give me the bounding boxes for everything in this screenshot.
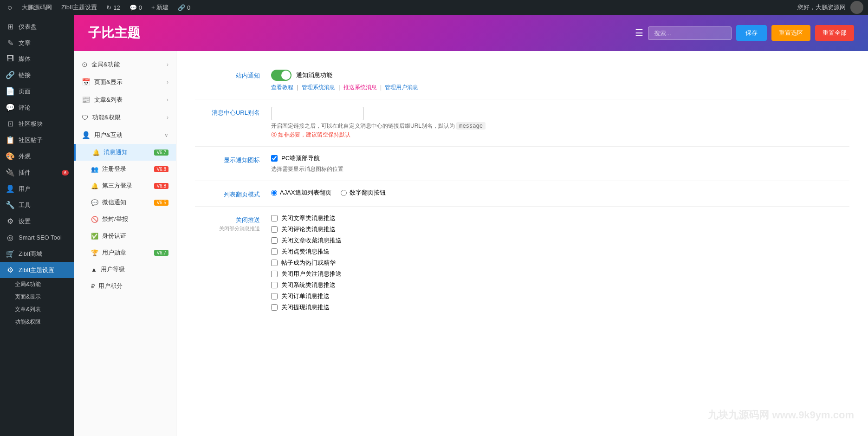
sidebar-item-media[interactable]: 🎞 媒体 <box>0 51 74 67</box>
sidebar-item-dashboard[interactable]: ⊞ 仪表盘 <box>0 19 74 35</box>
msg-url-input[interactable] <box>271 107 364 120</box>
close-order-push-label[interactable]: 关闭订单消息推送 <box>281 292 330 300</box>
close-article-fav-push-label[interactable]: 关闭文章收藏消息推送 <box>281 236 342 245</box>
left-nav-articles[interactable]: 📰 文章&列表 › <box>74 91 176 109</box>
sidebar-item-comments[interactable]: 💬 评论 <box>0 99 74 116</box>
close-comment-push-label[interactable]: 关闭评论类消息推送 <box>281 225 336 234</box>
msg-url-label: 消息中心URL别名 <box>195 107 260 117</box>
close-hot-push-checkbox[interactable] <box>271 260 278 266</box>
pc-nav-checkbox[interactable] <box>271 155 278 162</box>
msg-notify-badge: V6.7 <box>154 150 168 156</box>
left-nav-permissions[interactable]: 🛡 功能&权限 › <box>74 109 176 126</box>
sidebar-item-zibll-shop[interactable]: 🛒 ZibII商城 <box>0 246 74 262</box>
new-link[interactable]: + 新建 <box>149 0 171 15</box>
sidebar-item-pages[interactable]: 📄 页面 <box>0 83 74 99</box>
manage-system-msg-link[interactable]: 管理系统消息 <box>302 84 335 91</box>
pagination-number-radio[interactable] <box>341 190 347 196</box>
sub-nav-user-level-label: 用户等级 <box>101 265 125 273</box>
sidebar-item-appearance[interactable]: 🎨 外观 <box>0 148 74 164</box>
site-link[interactable]: 大鹏源码网 <box>19 0 55 15</box>
sidebar-sub-pages[interactable]: 页面&显示 <box>15 291 74 303</box>
sidebar-item-community-posts[interactable]: 📋 社区帖子 <box>0 132 74 148</box>
sidebar-sub-global[interactable]: 全局&功能 <box>15 278 74 291</box>
sidebar-label-smart-seo: Smart SEO Tool <box>19 234 62 241</box>
reset-selection-button[interactable]: 重置选区 <box>771 25 810 41</box>
pagination-ajax-radio[interactable] <box>271 190 277 196</box>
pc-nav-checkbox-row: PC端顶部导航 <box>271 154 849 163</box>
close-article-fav-push-checkbox[interactable] <box>271 237 278 244</box>
pagination-radio-row: AJAX追加列表翻页 数字翻页按钮 <box>271 189 849 197</box>
sub-nav-user-medal[interactable]: 🏆 用户勋章 V6.7 <box>74 244 176 261</box>
sub-nav-ban-report[interactable]: 🚫 禁封/举报 <box>74 211 176 228</box>
reset-all-button[interactable]: 重置全部 <box>815 25 854 41</box>
msg-notify-icon: 🔔 <box>92 149 100 156</box>
left-nav-user-interact-label: 用户&互动 <box>94 131 123 139</box>
close-follow-push-checkbox[interactable] <box>271 271 278 277</box>
show-icon-label: 显示通知图标 <box>195 154 260 164</box>
left-nav-user-interact[interactable]: 👤 用户&互动 ∨ <box>74 126 176 144</box>
tutorial-link[interactable]: 查看教程 <box>271 84 293 91</box>
menu-icon[interactable]: ☰ <box>635 27 643 39</box>
sidebar-label-comments: 评论 <box>19 104 31 112</box>
smart-seo-icon: ◎ <box>6 233 15 242</box>
close-system-push-label[interactable]: 关闭系统类消息推送 <box>281 281 336 289</box>
site-notify-links: 查看教程 | 管理系统消息 | 推送系统消息 | 管理用户消息 <box>271 84 849 91</box>
close-system-push-checkbox[interactable] <box>271 282 278 288</box>
sidebar-item-zibll-settings[interactable]: ⚙ ZibII主题设置 <box>0 262 74 278</box>
close-follow-push-label[interactable]: 关闭用户关注消息推送 <box>281 270 342 278</box>
theme-settings-link[interactable]: ZibII主题设置 <box>58 0 100 15</box>
pagination-ajax-label[interactable]: AJAX追加列表翻页 <box>280 189 331 197</box>
left-nav-permissions-label: 功能&权限 <box>92 113 121 122</box>
links-link[interactable]: 🔗 0 <box>175 0 193 15</box>
sub-nav-wechat-notify[interactable]: 💬 微信通知 V6.5 <box>74 194 176 211</box>
cb-row-close-order: 关闭订单消息推送 <box>271 292 849 300</box>
pc-nav-label[interactable]: PC端顶部导航 <box>281 154 320 163</box>
cb-row-close-fav: 关闭文章收藏消息推送 <box>271 236 849 245</box>
sidebar-sub-permissions[interactable]: 功能&权限 <box>15 316 74 328</box>
sub-nav-msg-notify[interactable]: 🔔 消息通知 V6.7 <box>74 144 176 161</box>
close-order-push-checkbox[interactable] <box>271 293 278 299</box>
close-hot-push-label[interactable]: 帖子成为热门或精华 <box>281 259 336 267</box>
comments-icon: 💬 <box>130 4 137 11</box>
admin-bar-right: 您好，大鹏资源网 <box>797 1 863 14</box>
sub-nav-user-level[interactable]: ▲ 用户等级 <box>74 261 176 278</box>
pagination-number-label[interactable]: 数字翻页按钮 <box>350 189 386 197</box>
sidebar-item-users[interactable]: 👤 用户 <box>0 181 74 197</box>
msg-url-default-value: message <box>456 122 486 130</box>
close-article-push-label[interactable]: 关闭文章类消息推送 <box>281 214 336 222</box>
close-article-push-checkbox[interactable] <box>271 215 278 221</box>
sidebar-item-tools[interactable]: 🔧 工具 <box>0 197 74 213</box>
left-nav-pages[interactable]: 📅 页面&显示 › <box>74 73 176 91</box>
sidebar-item-plugins[interactable]: 🔌 插件 6 <box>0 164 74 181</box>
close-like-push-label[interactable]: 关闭点赞消息推送 <box>281 247 330 256</box>
close-process-push-label[interactable]: 关闭提现消息推送 <box>281 303 330 312</box>
sub-nav-identity[interactable]: ✅ 身份认证 <box>74 228 176 244</box>
sub-nav-user-points[interactable]: ₽ 用户积分 <box>74 278 176 294</box>
sidebar-item-settings[interactable]: ⚙ 设置 <box>0 213 74 229</box>
sidebar-item-smart-seo[interactable]: ◎ Smart SEO Tool <box>0 229 74 246</box>
sidebar-sub-articles[interactable]: 文章&列表 <box>15 303 74 316</box>
sidebar-item-links[interactable]: 🔗 链接 <box>0 67 74 83</box>
show-icon-hint: 选择需要显示消息图标的位置 <box>271 165 849 173</box>
left-nav-global[interactable]: ⊙ 全局&功能 › <box>74 56 176 73</box>
msg-url-content: 开启固定链接之后，可以在此自定义消息中心的链接后缀URL别名，默认为 messa… <box>271 107 849 139</box>
sub-nav-third-login[interactable]: 🔔 第三方登录 V6.8 <box>74 177 176 194</box>
sidebar-item-posts[interactable]: ✎ 文章 <box>0 35 74 51</box>
close-comment-push-checkbox[interactable] <box>271 226 278 233</box>
manage-user-msg-link[interactable]: 管理用户消息 <box>385 84 418 91</box>
sidebar: ⊞ 仪表盘 ✎ 文章 🎞 媒体 🔗 链接 📄 页面 💬 评论 ⊡ 社区板块 📋 <box>0 15 74 436</box>
wp-logo[interactable]: ○ <box>5 0 15 15</box>
push-system-msg-link[interactable]: 推送系统消息 <box>343 84 377 91</box>
setting-row-close-push: 关闭推送 关闭部分消息推送 关闭文章类消息推送 关闭评论类消息推送 <box>195 207 849 322</box>
site-notify-toggle[interactable] <box>271 70 291 81</box>
cb-row-close-like: 关闭点赞消息推送 <box>271 247 849 256</box>
sub-nav-reg-login[interactable]: 👥 注册登录 V6.8 <box>74 161 176 177</box>
sidebar-item-community-blocks[interactable]: ⊡ 社区板块 <box>0 116 74 132</box>
save-button[interactable]: 保存 <box>736 25 767 41</box>
close-process-push-checkbox[interactable] <box>271 304 278 311</box>
permissions-arrow: › <box>167 114 168 121</box>
search-input[interactable] <box>648 26 732 40</box>
comments-link[interactable]: 💬 0 <box>127 0 145 15</box>
updates-link[interactable]: ↻ 12 <box>104 0 123 15</box>
close-like-push-checkbox[interactable] <box>271 248 278 255</box>
